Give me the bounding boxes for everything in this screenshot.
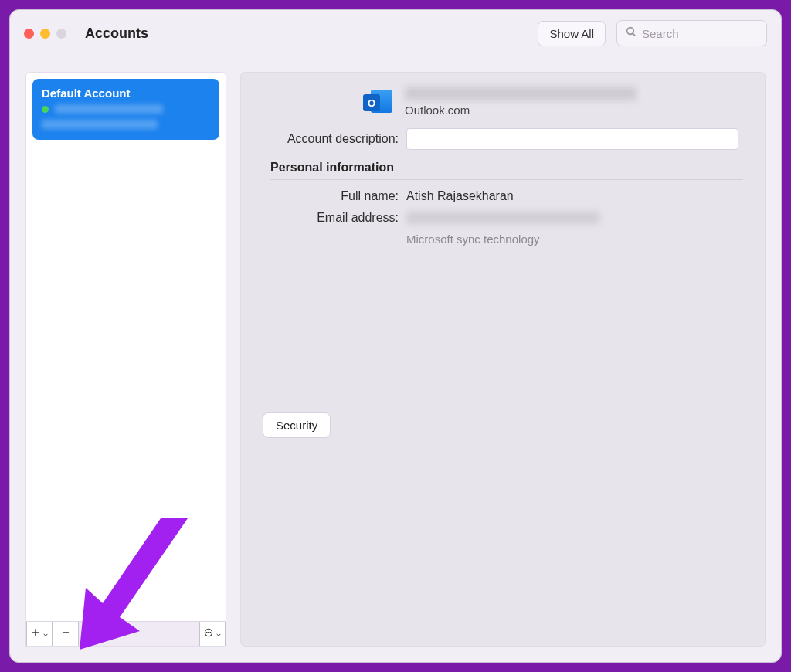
search-input[interactable] bbox=[642, 27, 759, 40]
remove-account-button[interactable] bbox=[53, 622, 79, 646]
window-title: Accounts bbox=[85, 25, 148, 42]
account-header: O Outlook.com bbox=[363, 87, 743, 117]
more-options-button[interactable] bbox=[199, 622, 226, 646]
account-list-item-selected[interactable]: Default Account bbox=[32, 79, 219, 140]
plus-icon bbox=[30, 627, 41, 641]
full-name-value: Atish Rajasekharan bbox=[406, 189, 514, 203]
account-title: Default Account bbox=[42, 87, 210, 100]
svg-point-0 bbox=[627, 28, 634, 35]
search-icon bbox=[625, 25, 642, 41]
account-form: Account description: Personal informatio… bbox=[263, 128, 743, 246]
account-description-label: Account description: bbox=[263, 132, 399, 146]
personal-info-section-title: Personal information bbox=[270, 161, 743, 180]
account-email-redacted bbox=[55, 104, 163, 114]
window-zoom-button[interactable] bbox=[56, 29, 66, 39]
search-field-wrapper[interactable] bbox=[616, 20, 767, 46]
titlebar: Accounts Show All bbox=[10, 10, 781, 56]
minus-icon bbox=[60, 627, 71, 641]
sidebar-footer bbox=[26, 621, 226, 646]
security-button[interactable]: Security bbox=[263, 412, 331, 438]
email-label: Email address: bbox=[263, 211, 399, 225]
accounts-sidebar: Default Account bbox=[25, 72, 226, 647]
account-detail-redacted bbox=[42, 120, 158, 129]
chevron-down-icon bbox=[42, 627, 49, 641]
accounts-window: Accounts Show All Default Account bbox=[9, 9, 782, 663]
email-value-redacted bbox=[406, 212, 599, 224]
status-online-icon bbox=[42, 106, 49, 113]
svg-point-8 bbox=[210, 632, 211, 633]
add-account-button[interactable] bbox=[26, 622, 53, 646]
svg-point-7 bbox=[208, 632, 209, 633]
svg-point-6 bbox=[206, 632, 207, 633]
content-area: Default Account bbox=[25, 72, 766, 647]
show-all-button[interactable]: Show All bbox=[538, 21, 606, 46]
traffic-lights bbox=[24, 29, 66, 39]
chevron-down-icon bbox=[216, 627, 222, 641]
ellipsis-circle-icon bbox=[203, 627, 214, 641]
service-name: Outlook.com bbox=[405, 104, 637, 117]
account-detail-pane: O Outlook.com Account description: Perso… bbox=[240, 72, 766, 647]
svg-line-1 bbox=[633, 33, 635, 36]
outlook-icon: O bbox=[363, 87, 394, 117]
account-display-name-redacted bbox=[405, 87, 637, 100]
full-name-label: Full name: bbox=[263, 189, 399, 203]
window-minimize-button[interactable] bbox=[40, 29, 50, 39]
sync-technology-note: Microsoft sync technology bbox=[406, 232, 743, 246]
window-close-button[interactable] bbox=[24, 29, 34, 39]
account-description-input[interactable] bbox=[406, 128, 738, 150]
